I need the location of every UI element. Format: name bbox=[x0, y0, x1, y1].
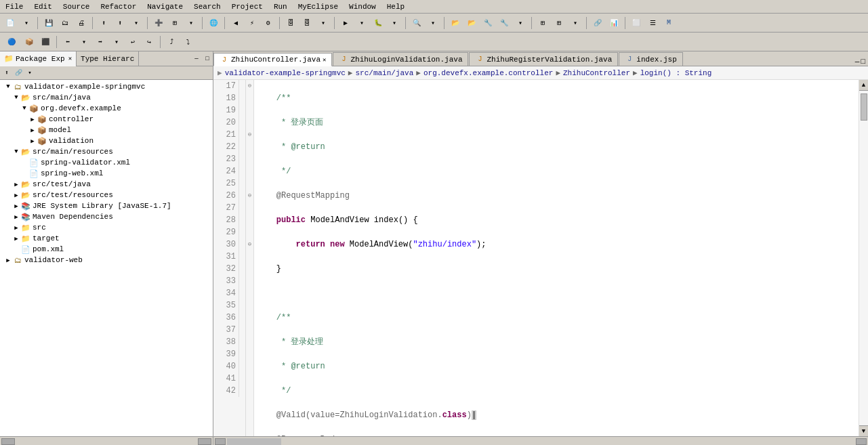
tree-node-maven[interactable]: ▶ 📚 Maven Dependencies bbox=[1, 211, 211, 222]
tb-new-dropdown[interactable]: ▾ bbox=[19, 16, 34, 30]
toggle-srctestres[interactable]: ▶ bbox=[12, 191, 20, 199]
tb-save-all-btn[interactable]: 🗂 bbox=[58, 16, 73, 30]
tb-run-btn[interactable]: ▶ bbox=[338, 16, 353, 30]
toggle-src[interactable]: ▶ bbox=[12, 224, 20, 232]
tb2-nav-back[interactable]: ⬅ bbox=[60, 35, 75, 49]
link-with-editor-btn[interactable]: 🔗 bbox=[13, 68, 24, 79]
tb-open-dropdown[interactable]: ▾ bbox=[513, 16, 528, 30]
tb-run-dropdown[interactable]: ▾ bbox=[354, 16, 369, 30]
tree-node-srcmainres[interactable]: ▼ 📂 src/main/resources bbox=[1, 146, 211, 157]
menu-edit[interactable]: Edit bbox=[28, 1, 57, 12]
editor-scrollbar[interactable]: ▲ ▼ bbox=[859, 80, 868, 436]
tb-print-btn[interactable]: 🖨 bbox=[74, 16, 89, 30]
editor-bottom-scroll[interactable] bbox=[213, 436, 868, 445]
bc-package[interactable]: org.devefx.example.controller bbox=[423, 69, 553, 77]
tb2-prev-edit[interactable]: ↩ bbox=[125, 35, 140, 49]
tree-scroll-right[interactable] bbox=[198, 438, 211, 445]
bc-project[interactable]: validator-example-springmvc bbox=[225, 69, 346, 77]
tree-node-jre[interactable]: ▶ 📚 JRE System Library [JavaSE-1.7] bbox=[1, 200, 211, 211]
tab-indexjsp[interactable]: J index.jsp bbox=[619, 52, 682, 66]
tree-node-src[interactable]: ▶ 📁 src bbox=[1, 222, 211, 233]
editor-maximize-btn[interactable]: □ bbox=[861, 58, 865, 66]
toggle-srcmainjava[interactable]: ▼ bbox=[12, 93, 20, 102]
tb-debug-dropdown[interactable]: ▾ bbox=[387, 16, 402, 30]
menu-window[interactable]: Window bbox=[344, 1, 381, 12]
tab-zhihucontroller[interactable]: J ZhihuController.java ✕ bbox=[213, 53, 332, 66]
tab-zhihuloginvalidation[interactable]: J ZhihuLoginValidation.java bbox=[333, 52, 468, 66]
tree-node-spring-validator[interactable]: 📄 spring-validator.xml bbox=[1, 157, 211, 168]
tb-db2-btn[interactable]: 🗄 bbox=[299, 16, 314, 30]
tb2-console-btn[interactable]: ⬛ bbox=[38, 35, 53, 49]
tab-package-explorer[interactable]: 📁 Package Exp ✕ bbox=[0, 51, 77, 66]
tb2-nav-dropdown[interactable]: ▾ bbox=[77, 35, 91, 49]
menu-myeclipse[interactable]: MyEclipse bbox=[293, 1, 344, 12]
tb-settings-btn[interactable]: ⊞ bbox=[535, 16, 550, 30]
tree-node-orgdevefx[interactable]: ▼ 📦 org.devefx.example bbox=[1, 103, 211, 114]
editor-minimize-btn[interactable]: — bbox=[855, 58, 860, 66]
menu-source[interactable]: Source bbox=[58, 1, 96, 12]
code-scroll-thumb[interactable] bbox=[227, 438, 281, 445]
tb-dropdown3[interactable]: ▾ bbox=[316, 16, 331, 30]
tb-settings2-btn[interactable]: ⊞ bbox=[552, 16, 566, 30]
fold-17[interactable]: ⊖ bbox=[246, 80, 253, 92]
scroll-thumb[interactable] bbox=[861, 93, 867, 121]
tb-debug-btn[interactable]: 🐛 bbox=[371, 16, 386, 30]
code-scroll-right[interactable] bbox=[856, 438, 867, 445]
menu-refactor[interactable]: Refactor bbox=[95, 1, 142, 12]
toggle-controller[interactable]: ▶ bbox=[28, 115, 37, 123]
tree-node-controller[interactable]: ▶ 📦 controller bbox=[1, 114, 211, 125]
tb-add2-btn[interactable]: ⊞ bbox=[167, 16, 182, 30]
tree-node-validation[interactable]: ▶ 📦 validation bbox=[1, 135, 211, 146]
panel-minimize-btn[interactable]: — bbox=[191, 54, 202, 64]
tb2-eclipse-btn[interactable]: 🔵 bbox=[3, 35, 20, 49]
menu-search[interactable]: Search bbox=[188, 1, 226, 12]
tree-node-pom[interactable]: 📄 pom.xml bbox=[1, 244, 211, 255]
toggle-validatorweb[interactable]: ▶ bbox=[4, 256, 12, 264]
tb-maximize-btn[interactable]: ⬜ bbox=[629, 16, 644, 30]
fold-21[interactable]: ⊖ bbox=[246, 129, 253, 141]
menu-navigate[interactable]: Navigate bbox=[142, 1, 188, 12]
tb-web-btn[interactable]: 🌐 bbox=[206, 16, 221, 30]
tb2-nav-fwd-dropdown[interactable]: ▾ bbox=[109, 35, 124, 49]
tree-node-target[interactable]: ▶ 📁 target bbox=[1, 233, 211, 244]
toggle-orgdevefx[interactable]: ▼ bbox=[20, 104, 28, 112]
tb-fwd-btn[interactable]: ⚡ bbox=[245, 16, 260, 30]
tb-view-btn[interactable]: 📊 bbox=[606, 16, 621, 30]
tree-node-srctestres[interactable]: ▶ 📂 src/test/resources bbox=[1, 190, 211, 200]
tb-open4-btn[interactable]: 🔧 bbox=[497, 16, 512, 30]
menu-project[interactable]: Project bbox=[226, 1, 268, 12]
tb-search-dropdown[interactable]: ▾ bbox=[426, 16, 440, 30]
tree-bottom-scroll[interactable] bbox=[0, 436, 213, 445]
tab-zhihuregistervalidation[interactable]: J ZhihuRegisterValidation.java bbox=[469, 52, 618, 66]
pkg-menu-btn[interactable]: ▾ bbox=[24, 68, 35, 79]
menu-file[interactable]: File bbox=[0, 1, 28, 12]
fold-30[interactable]: ⊖ bbox=[246, 238, 253, 251]
tab-type-hierarchy[interactable]: Type Hierarc bbox=[77, 51, 139, 66]
menu-run[interactable]: Run bbox=[268, 1, 293, 12]
tb-myeclipse-btn[interactable]: M bbox=[661, 16, 676, 30]
tb-open2-btn[interactable]: 📂 bbox=[464, 16, 479, 30]
tb-fwd2-btn[interactable]: ⚙ bbox=[261, 16, 276, 30]
tree-node-spring-web[interactable]: 📄 spring-web.xml bbox=[1, 168, 211, 179]
tab-zhihucontroller-close[interactable]: ✕ bbox=[323, 56, 326, 64]
bc-method[interactable]: login() : String bbox=[640, 69, 712, 77]
tree-node-model[interactable]: ▶ 📦 model bbox=[1, 125, 211, 135]
scroll-down-btn[interactable]: ▼ bbox=[859, 425, 868, 436]
fold-26[interactable]: ⊖ bbox=[246, 190, 253, 202]
toggle-target[interactable]: ▶ bbox=[12, 234, 20, 242]
tb-save-btn[interactable]: 💾 bbox=[41, 16, 56, 30]
scroll-up-btn[interactable]: ▲ bbox=[859, 80, 868, 91]
tb-publish2-btn[interactable]: ⬆ bbox=[112, 16, 127, 30]
tb-add-dropdown[interactable]: ▾ bbox=[184, 16, 199, 30]
toggle-srctestjava[interactable]: ▶ bbox=[12, 180, 20, 188]
tb2-next-annotation[interactable]: ⤵ bbox=[180, 35, 195, 49]
tb-link-btn[interactable]: 🔗 bbox=[590, 16, 605, 30]
collapse-all-btn[interactable]: ⬆ bbox=[1, 68, 12, 79]
tb-open3-btn[interactable]: 🔧 bbox=[480, 16, 495, 30]
tree-node-project-main[interactable]: ▼ 🗂 validator-example-springmvc bbox=[1, 81, 211, 92]
toggle-jre[interactable]: ▶ bbox=[12, 202, 20, 210]
tree-node-srctestjava[interactable]: ▶ 📂 src/test/java bbox=[1, 179, 211, 190]
tb-new-btn[interactable]: 📄 bbox=[3, 16, 18, 30]
tb2-pkg-btn[interactable]: 📦 bbox=[22, 35, 37, 49]
tb-dropdown2[interactable]: ▾ bbox=[129, 16, 144, 30]
